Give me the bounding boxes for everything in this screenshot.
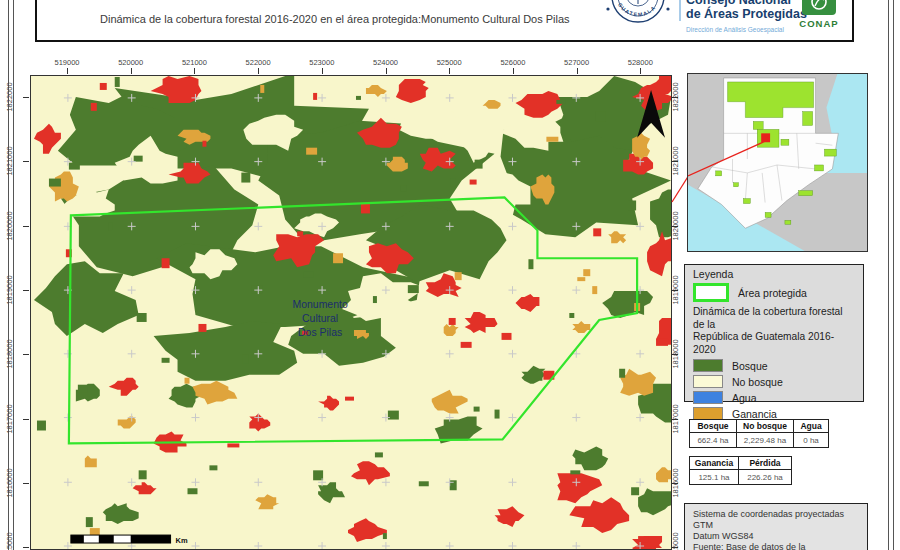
y-tick-mark-right	[672, 419, 678, 420]
x-tick-mark	[449, 68, 450, 74]
conap-label-text: CONAP	[799, 18, 838, 29]
guatemala-inset-map	[687, 73, 868, 252]
x-tick-mark	[194, 68, 195, 74]
x-tick-label: 527000	[555, 58, 599, 67]
inset-location-marker	[761, 133, 770, 142]
change-value-perdida: 226.26 ha	[739, 470, 792, 485]
y-tick-mark-left	[23, 483, 29, 484]
coverage-header-bosque: Bosque	[690, 420, 737, 433]
y-tick-mark-left	[23, 161, 29, 162]
coverage-value-agua: 0 ha	[794, 433, 829, 448]
conap-logo: CONAP	[794, 0, 858, 34]
y-tick-mark-left	[23, 419, 29, 420]
y-tick-mark-left	[23, 290, 29, 291]
info-line-3: Datum WGS84	[693, 531, 859, 542]
info-line-1: Sistema de coordenadas proyectadas	[693, 509, 859, 520]
place-label-line2: Cultural	[302, 313, 338, 324]
page-border-right-inner	[888, 0, 889, 550]
place-label-line3: Dos Pilas	[298, 327, 342, 338]
no-bosque-label: No bosque	[732, 376, 783, 388]
org-subunit-label: Dirección de Análisis Geoespacial	[686, 23, 807, 37]
map-layout-page: Dinámica de la cobertura forestal 2016-2…	[0, 0, 900, 550]
ganancia-label: Ganancia	[732, 408, 777, 420]
bosque-swatch	[693, 359, 723, 372]
coverage-header-agua: Agua	[794, 420, 829, 433]
x-tick-mark	[640, 68, 641, 74]
x-tick-mark	[67, 68, 68, 74]
x-tick-mark	[577, 68, 578, 74]
y-tick-label-left: 1821000	[5, 139, 15, 183]
x-tick-mark	[513, 68, 514, 74]
change-value-ganancia: 125.1 ha	[690, 470, 739, 485]
coverage-table: Bosque No bosque Agua 662.4 ha 2,229.48 …	[689, 419, 829, 448]
change-header-perdida: Pérdida	[739, 457, 792, 470]
y-tick-mark-right	[672, 97, 678, 98]
y-tick-label-left: 1820000	[5, 204, 15, 248]
y-tick-label-left: 1819000	[5, 268, 15, 312]
change-header-ganancia: Ganancia	[690, 457, 739, 470]
projection-info-box: Sistema de coordenadas proyectadas GTM D…	[684, 503, 868, 550]
x-tick-label: 526000	[491, 58, 535, 67]
y-tick-mark-left	[23, 547, 29, 548]
no-bosque-swatch	[693, 375, 723, 388]
info-line-4: Fuente: Base de datos de la	[693, 542, 859, 550]
coverage-value-bosque: 662.4 ha	[690, 433, 737, 448]
x-tick-label: 523000	[300, 58, 344, 67]
protected-area-swatch	[693, 283, 729, 302]
x-tick-label: 522000	[236, 58, 280, 67]
legend-subtitle: Dinámica de la cobertura forestal de la …	[693, 306, 855, 356]
scale-bar-unit: Km	[176, 536, 188, 545]
y-tick-label-left: 1815000	[5, 525, 15, 550]
y-tick-mark-right	[672, 226, 678, 227]
y-tick-mark-right	[672, 547, 678, 548]
y-tick-mark-left	[23, 226, 29, 227]
x-tick-label: 519000	[45, 58, 89, 67]
agua-label: Agua	[732, 392, 757, 404]
x-tick-label: 528000	[618, 58, 662, 67]
x-tick-mark	[386, 68, 387, 74]
y-tick-label-left: 1822000	[5, 75, 15, 119]
x-tick-label: 524000	[364, 58, 408, 67]
info-line-2: GTM	[693, 520, 859, 531]
x-tick-mark	[131, 68, 132, 74]
page-border-right-outer	[893, 0, 894, 550]
x-tick-label: 520000	[109, 58, 153, 67]
guatemala-seal-logo: GUATEMALA	[602, 0, 674, 30]
protected-area-label: Área protegida	[738, 287, 807, 299]
x-tick-label: 521000	[172, 58, 216, 67]
org-name-line1: Consejo Nacional	[686, 0, 807, 7]
y-tick-label-left: 1817000	[5, 397, 15, 441]
agua-swatch	[693, 391, 723, 404]
y-tick-label-left: 1818000	[5, 332, 15, 376]
coverage-header-no-bosque: No bosque	[737, 420, 794, 433]
legend-panel: Leyenda Área protegida Dinámica de la co…	[684, 264, 864, 402]
y-tick-mark-right	[672, 483, 678, 484]
legend-title: Leyenda	[693, 268, 855, 280]
y-tick-mark-right	[672, 290, 678, 291]
x-tick-mark	[322, 68, 323, 74]
y-tick-mark-left	[23, 97, 29, 98]
bosque-label: Bosque	[732, 360, 768, 372]
y-tick-mark-right	[672, 354, 678, 355]
map-title: Dinámica de la cobertura forestal 2016-2…	[100, 13, 570, 25]
x-tick-label: 525000	[427, 58, 471, 67]
y-tick-mark-left	[23, 354, 29, 355]
org-name-line2: de Áreas Protegidas	[686, 7, 807, 21]
x-tick-mark	[258, 68, 259, 74]
y-tick-label-left: 1816000	[5, 461, 15, 505]
org-name-block: Consejo Nacional de Áreas Protegidas Dir…	[686, 0, 807, 37]
header-divider-line	[679, 0, 681, 21]
change-table: Ganancia Pérdida 125.1 ha 226.26 ha	[689, 456, 792, 485]
main-map-canvas: Monumento Cultural Dos Pilas Km	[30, 75, 672, 550]
place-label-line1: Monumento	[292, 299, 347, 310]
coverage-value-no-bosque: 2,229.48 ha	[737, 433, 794, 448]
